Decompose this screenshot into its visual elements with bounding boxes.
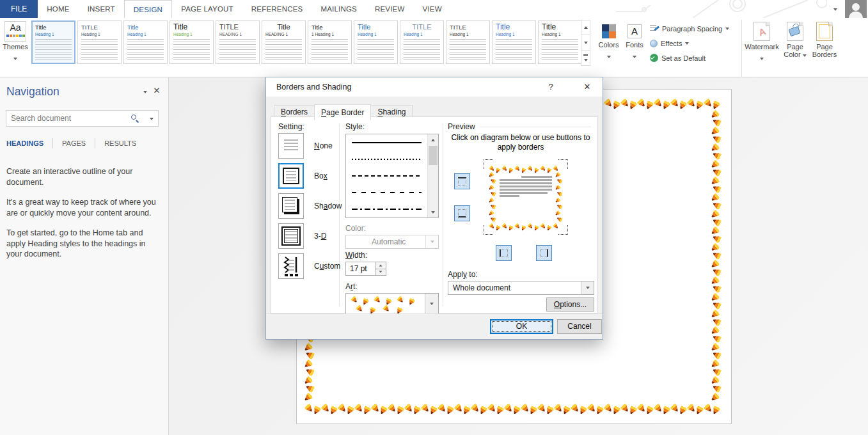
apply-left-border-button[interactable] bbox=[496, 245, 512, 261]
gallery-scroll-down-button[interactable] bbox=[581, 35, 590, 51]
style-label: Style: bbox=[345, 122, 365, 131]
border-style-option-dotted[interactable] bbox=[346, 151, 427, 168]
candy-corn-art bbox=[489, 203, 497, 210]
style-set-thumbnail[interactable]: TITLEHeading 1 bbox=[77, 20, 122, 64]
setting-none-icon bbox=[278, 133, 304, 159]
setting-option-none[interactable]: None bbox=[278, 133, 338, 159]
ribbon-tab-file[interactable]: FILE bbox=[0, 0, 38, 18]
navigation-pane-close-button[interactable]: ✕ bbox=[152, 86, 162, 95]
colors-button[interactable]: Colors bbox=[597, 20, 620, 74]
down-arrow-icon bbox=[379, 271, 383, 273]
candy-corn-art bbox=[488, 222, 496, 230]
border-style-option-solid[interactable] bbox=[346, 134, 427, 151]
scrollbar-thumb[interactable] bbox=[429, 146, 438, 165]
setting-option-shadow[interactable]: Shadow bbox=[278, 193, 338, 219]
nav-tab-pages[interactable]: PAGES bbox=[62, 138, 86, 148]
preview-diagram[interactable] bbox=[484, 159, 568, 235]
navigation-pane-menu-caret[interactable] bbox=[143, 91, 147, 93]
ribbon-tab-mailings[interactable]: MAILINGS bbox=[312, 0, 366, 18]
candy-corn-art bbox=[652, 97, 663, 109]
themes-button[interactable]: Aa Themes bbox=[1, 20, 29, 75]
dialog-close-button[interactable]: ✕ bbox=[576, 77, 599, 97]
scrollbar-up-button[interactable] bbox=[428, 134, 438, 145]
ribbon-tab-references[interactable]: REFERENCES bbox=[242, 0, 312, 18]
ribbon-tab-home[interactable]: HOME bbox=[38, 0, 78, 18]
ribbon-tab-design[interactable]: DESIGN bbox=[124, 0, 172, 18]
setting-option-3d[interactable]: 3-D bbox=[278, 223, 338, 249]
candy-corn-art bbox=[709, 341, 722, 352]
thumbnail-body-lines bbox=[127, 39, 164, 61]
candy-corn-art bbox=[709, 108, 722, 120]
ribbon-tab-insert[interactable]: INSERT bbox=[79, 0, 124, 18]
preview-border-bottom bbox=[489, 223, 562, 229]
dialog-tab-page-border[interactable]: Page Border bbox=[314, 104, 371, 120]
border-style-option-dashed[interactable] bbox=[346, 168, 427, 184]
style-set-thumbnail[interactable]: TitleHeading 1 bbox=[170, 20, 214, 64]
style-set-thumbnail[interactable]: TITLEHeading 1 bbox=[446, 20, 490, 64]
setting-option-custom[interactable]: Custom bbox=[278, 253, 338, 279]
candy-corn-art bbox=[546, 166, 553, 174]
nav-help-paragraph: It's a great way to keep track of where … bbox=[6, 197, 158, 218]
dialog-titlebar[interactable]: Borders and Shading ? ✕ bbox=[266, 77, 603, 97]
apply-right-border-button[interactable] bbox=[536, 245, 552, 261]
apply-bottom-border-button[interactable] bbox=[454, 205, 470, 221]
style-listbox[interactable] bbox=[345, 134, 439, 218]
dialog-help-button[interactable]: ? bbox=[541, 77, 560, 97]
style-set-thumbnail[interactable]: TitleHeading 1 bbox=[354, 20, 398, 64]
ribbon-tab-page-layout[interactable]: PAGE LAYOUT bbox=[172, 0, 242, 18]
color-swatch bbox=[609, 31, 616, 38]
candy-corn-art bbox=[303, 391, 315, 402]
style-set-thumbnail[interactable]: TitleHeading 1 bbox=[492, 20, 536, 64]
page-borders-button[interactable]: Page Borders bbox=[809, 20, 840, 74]
effects-button[interactable]: Effects bbox=[650, 36, 743, 50]
width-input[interactable] bbox=[350, 263, 372, 274]
search-input[interactable] bbox=[11, 111, 113, 125]
border-style-option-dash-dot[interactable] bbox=[346, 201, 427, 217]
page-color-button[interactable]: Page Color bbox=[781, 20, 809, 74]
cancel-button[interactable]: Cancel bbox=[557, 319, 602, 334]
ribbon-tab-view[interactable]: VIEW bbox=[414, 0, 451, 18]
candy-corn-art bbox=[569, 402, 580, 414]
ribbon-tab-review[interactable]: REVIEW bbox=[366, 0, 414, 18]
art-dropdown-button[interactable] bbox=[425, 294, 438, 314]
fonts-button[interactable]: A Fonts bbox=[623, 20, 646, 74]
scrollbar-down-button[interactable] bbox=[428, 207, 438, 217]
apply-to-dropdown-button[interactable] bbox=[581, 281, 594, 294]
candy-corn-art bbox=[303, 402, 314, 414]
set-as-default-button[interactable]: Set as Default bbox=[650, 51, 743, 65]
dialog-button-bar: OK Cancel bbox=[266, 313, 603, 339]
style-set-thumbnail[interactable]: TITLEHeading 1 bbox=[400, 20, 444, 64]
art-combobox[interactable] bbox=[345, 293, 439, 315]
gallery-more-button[interactable] bbox=[581, 51, 590, 66]
width-spin-down-button[interactable] bbox=[375, 269, 386, 276]
thumbnail-heading-text: Heading 1 bbox=[127, 32, 164, 37]
nav-tab-headings[interactable]: HEADINGS bbox=[6, 138, 43, 148]
style-set-thumbnail[interactable]: TitleHEADING 1 bbox=[262, 20, 306, 64]
search-options-caret[interactable] bbox=[150, 118, 154, 120]
border-style-option-dashed-wide[interactable] bbox=[346, 184, 427, 201]
apply-top-border-button[interactable] bbox=[454, 173, 470, 189]
width-spin-up-button[interactable] bbox=[375, 262, 386, 269]
nav-tab-results[interactable]: RESULTS bbox=[104, 138, 136, 148]
style-set-thumbnail[interactable]: TitleHeading 1 bbox=[31, 20, 75, 64]
ok-button[interactable]: OK bbox=[490, 319, 553, 334]
thumbnail-body-lines bbox=[219, 39, 256, 61]
paragraph-spacing-button[interactable]: Paragraph Spacing bbox=[650, 22, 743, 35]
style-set-thumbnail[interactable]: TitleHeading 1 bbox=[538, 20, 582, 64]
thumbnail-title-text: Title bbox=[35, 24, 72, 31]
style-list-scrollbar[interactable] bbox=[427, 134, 438, 217]
theme-swatch bbox=[13, 35, 15, 37]
user-avatar[interactable] bbox=[845, 0, 867, 19]
options-button[interactable]: Options... bbox=[546, 297, 594, 312]
apply-to-combobox[interactable]: Whole document bbox=[448, 281, 594, 295]
candy-corn-art bbox=[711, 404, 722, 415]
setting-option-box[interactable]: Box bbox=[278, 163, 338, 189]
watermark-button[interactable]: A Watermark bbox=[745, 20, 779, 74]
style-set-thumbnail[interactable]: TitleHeading 1 bbox=[123, 20, 168, 64]
search-icon[interactable] bbox=[131, 115, 139, 123]
style-set-thumbnail[interactable]: Title1 Heading 1 bbox=[308, 20, 352, 64]
ribbon-tab-row: FILE HOMEINSERTDESIGNPAGE LAYOUTREFERENC… bbox=[0, 0, 868, 18]
account-dropdown-caret[interactable] bbox=[833, 8, 837, 11]
style-set-thumbnail[interactable]: TITLEHEADING 1 bbox=[216, 20, 260, 64]
gallery-scroll-up-button[interactable] bbox=[581, 20, 590, 35]
